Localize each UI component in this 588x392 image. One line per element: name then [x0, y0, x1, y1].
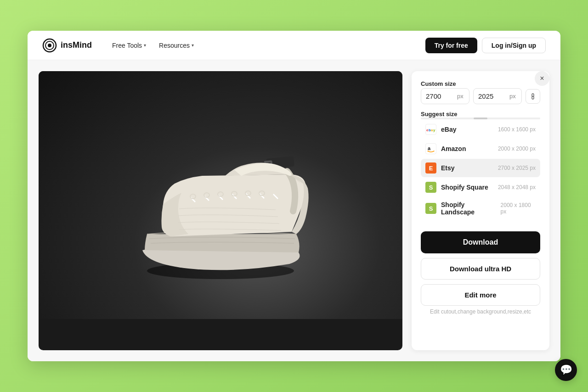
platform-item-amazon[interactable]: a Amazon 2000 x 2000 px	[421, 140, 540, 158]
platform-name-shopify-landscape: Shopify Landscape	[441, 201, 496, 216]
nav-items: Free Tools ▾ Resources ▾	[107, 39, 425, 52]
shopify-square-icon: S	[425, 182, 436, 193]
browser-window: insMind Free Tools ▾ Resources ▾ Try for…	[28, 31, 560, 361]
platform-item-ebay[interactable]: e b a y eBay 1600 x 1600 px	[421, 120, 540, 139]
custom-size-section: Custom size px px	[421, 80, 540, 104]
height-input-group: px	[473, 88, 522, 104]
nav-resources[interactable]: Resources ▾	[153, 39, 199, 52]
suggest-size-label: Suggest size	[421, 111, 540, 118]
shopify-landscape-icon: S	[425, 203, 436, 214]
chevron-down-icon: ▾	[144, 43, 146, 48]
height-input[interactable]	[474, 89, 506, 104]
download-button[interactable]: Download	[421, 231, 540, 253]
platform-item-etsy[interactable]: E Etsy 2700 x 2025 px	[421, 159, 540, 177]
main-content: × Custom size px px	[28, 60, 560, 361]
platform-name-ebay: eBay	[441, 126, 478, 133]
logo-text: insMind	[61, 40, 92, 50]
panel-card: × Custom size px px	[412, 71, 549, 350]
width-unit: px	[453, 89, 467, 103]
svg-text:y: y	[433, 128, 435, 132]
width-input-group: px	[421, 88, 469, 104]
close-button[interactable]: ×	[535, 71, 549, 86]
width-input[interactable]	[421, 89, 453, 104]
nav-free-tools[interactable]: Free Tools ▾	[107, 39, 152, 52]
platform-size-etsy: 2700 x 2025 px	[498, 165, 536, 171]
platform-name-amazon: Amazon	[441, 145, 478, 152]
nav-actions: Try for free Log in/Sign up	[425, 38, 546, 53]
shoe-image-container	[39, 71, 402, 319]
svg-point-2	[48, 44, 51, 47]
ebay-icon: e b a y	[425, 124, 436, 135]
platform-name-etsy: Etsy	[441, 164, 478, 172]
logo-area: insMind	[42, 38, 92, 53]
chevron-down-icon: ▾	[192, 43, 194, 48]
image-panel	[39, 71, 402, 350]
amazon-icon: a	[425, 143, 436, 154]
download-hd-button[interactable]: Download ultra HD	[421, 258, 540, 280]
right-panel: × Custom size px px	[412, 71, 549, 350]
suggest-list: e b a y eBay 1600 x 1600 px	[421, 120, 540, 219]
scroll-hint	[421, 118, 540, 119]
shoe-svg	[115, 108, 326, 282]
platform-name-shopify-square: Shopify Square	[441, 184, 488, 191]
size-inputs: px px	[421, 88, 540, 104]
chat-icon: 💬	[560, 364, 572, 376]
platform-item-shopify-landscape[interactable]: S Shopify Landscape 2000 x 1800 px	[421, 197, 540, 219]
try-free-button[interactable]: Try for free	[425, 38, 477, 53]
etsy-icon: E	[425, 162, 436, 174]
edit-more-button[interactable]: Edit more	[421, 284, 540, 306]
navbar: insMind Free Tools ▾ Resources ▾ Try for…	[28, 31, 560, 60]
platform-size-shopify-landscape: 2000 x 1800 px	[501, 202, 536, 215]
logo-icon	[42, 38, 57, 53]
height-unit: px	[506, 89, 520, 103]
login-button[interactable]: Log in/Sign up	[482, 38, 546, 53]
svg-text:a: a	[428, 146, 431, 151]
chat-bubble[interactable]: 💬	[555, 359, 577, 381]
link-ratio-button[interactable]	[526, 89, 540, 104]
platform-item-shopify-square[interactable]: S Shopify Square 2048 x 2048 px	[421, 178, 540, 196]
edit-hint-text: Edit cutout,change background,resize,etc	[421, 308, 540, 315]
platform-size-ebay: 1600 x 1600 px	[498, 126, 536, 133]
action-buttons: Download Download ultra HD Edit more Edi…	[421, 230, 540, 315]
platform-size-shopify-square: 2048 x 2048 px	[498, 184, 536, 190]
suggest-size-section: Suggest size e b a y	[421, 111, 540, 219]
custom-size-label: Custom size	[421, 80, 540, 87]
platform-size-amazon: 2000 x 2000 px	[498, 146, 536, 152]
